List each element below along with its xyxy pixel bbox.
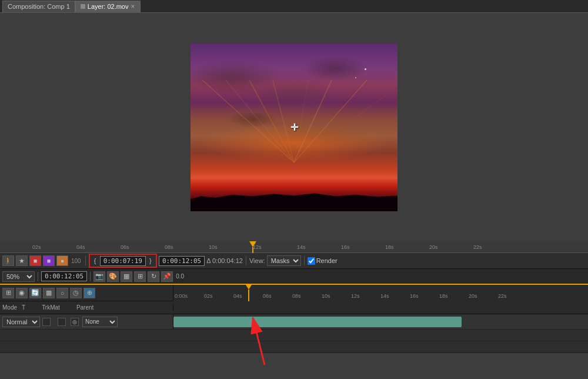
tick-10s: 10s <box>209 244 218 250</box>
ruler-0s: 0:00s <box>175 293 188 299</box>
timeline-section: ⊞ ◉ 🔄 ▦ ○ ◷ ⊕ 0:00s 02s 04s 06s 08s 10s … <box>0 285 588 353</box>
ruler-04s: 04s <box>233 293 242 299</box>
tab-close-icon[interactable]: ✕ <box>131 4 135 9</box>
rect-tool-btn[interactable]: ■ <box>43 255 55 266</box>
col-parent-header: Parent <box>76 304 93 311</box>
star2 <box>355 77 356 78</box>
tick-22s: 22s <box>473 244 482 250</box>
timeline-playhead-line <box>248 290 249 301</box>
layer-toolbar: ⊞ ◉ 🔄 ▦ ○ ◷ ⊕ <box>0 285 173 301</box>
column-headers: Mode T TrkMat Parent <box>0 301 588 314</box>
separator1 <box>85 256 86 265</box>
start-time-display[interactable]: 0:00:07:19 <box>100 256 146 266</box>
layer-btn3[interactable]: 🔄 <box>29 288 41 298</box>
ruler-16s: 16s <box>410 293 419 299</box>
svg-line-5 <box>294 80 332 162</box>
paint-tool-btn[interactable]: ■ <box>29 255 41 266</box>
tick-20s: 20s <box>429 244 438 250</box>
viewer-area: ✛ <box>0 13 588 241</box>
view-mode-select[interactable]: Masks None Alpha <box>267 255 301 266</box>
star-tool-btn[interactable]: ★ <box>16 255 28 266</box>
grid-btn[interactable]: ⊞ <box>134 271 146 282</box>
render-checkbox-label: Render <box>308 257 338 265</box>
ruler-20s: 20s <box>469 293 477 299</box>
layer-bar <box>173 317 462 327</box>
tab-layer02[interactable]: Layer: 02.mov ✕ <box>75 1 141 12</box>
tab-layer02-label: Layer: 02.mov <box>88 3 129 10</box>
tick-14s: 14s <box>297 244 306 250</box>
ruler-14s: 14s <box>380 293 389 299</box>
video-canvas: ✛ <box>191 44 397 211</box>
tab-comp1-label: Composition: Comp 1 <box>8 3 70 10</box>
layer-row: Normal Add Multiply ◎ None <box>0 314 588 330</box>
checkerboard-btn[interactable]: ▦ <box>121 271 132 282</box>
current-timecode[interactable]: 0:00:12:05 <box>41 271 87 281</box>
svg-line-7 <box>294 92 390 162</box>
trkmat-box[interactable] <box>58 318 66 326</box>
tick-04s: 04s <box>76 244 85 250</box>
time-left-bracket[interactable]: { <box>91 255 100 266</box>
pin-btn[interactable]: 📌 <box>161 271 173 282</box>
layer-btn4[interactable]: ▦ <box>43 288 55 298</box>
ruler-10s: 10s <box>322 293 330 299</box>
parent-dropdown[interactable]: None <box>82 317 118 327</box>
layer-right <box>173 314 588 329</box>
svg-line-2 <box>249 80 294 162</box>
tick-06s: 06s <box>121 244 129 250</box>
tick-16s: 16s <box>341 244 350 250</box>
ruler-22s: 22s <box>498 293 507 299</box>
svg-line-6 <box>294 80 367 162</box>
ruler-06s: 06s <box>263 293 272 299</box>
empty-row-1 <box>0 330 588 341</box>
layer-btn6[interactable]: ◷ <box>70 288 82 298</box>
tick-02s: 02s <box>32 244 41 250</box>
layer-left: Normal Add Multiply ◎ None <box>0 314 173 329</box>
mode-dropdown[interactable]: Normal Add Multiply <box>2 317 40 327</box>
parent-icon: ◎ <box>71 318 79 326</box>
layer-btn2[interactable]: ◉ <box>16 288 28 298</box>
time-range-box: { 0:00:07:19 } <box>89 254 157 268</box>
separator3 <box>304 256 305 265</box>
col-trkmat-header: TrkMat <box>42 304 60 311</box>
ruler-12s: 12s <box>351 293 360 299</box>
transform-btn[interactable]: ↻ <box>148 271 159 282</box>
render-checkbox[interactable] <box>308 257 315 265</box>
col-headers-left: Mode T TrkMat Parent <box>0 304 173 311</box>
ruler-02s: 02s <box>204 293 213 299</box>
tab-comp1[interactable]: Composition: Comp 1 <box>2 1 75 12</box>
ellipse-tool-btn[interactable]: ● <box>56 255 68 266</box>
time-right-bracket[interactable]: } <box>146 255 155 266</box>
sep-tc <box>90 272 91 281</box>
crosshair: ✛ <box>290 122 298 133</box>
render-label: Render <box>316 257 338 264</box>
tab-bar: Composition: Comp 1 Layer: 02.mov ✕ <box>0 0 588 13</box>
separator2 <box>246 256 246 265</box>
t-checkbox[interactable] <box>42 318 51 326</box>
controls-row: 🚶 ★ ■ ■ ● 100 { 0:00:07:19 } 0:00:12:05 … <box>0 253 588 268</box>
ruler-18s: 18s <box>439 293 448 299</box>
playhead-line <box>252 247 253 253</box>
view-label: View: <box>249 257 265 264</box>
layer-header: ⊞ ◉ 🔄 ▦ ○ ◷ ⊕ 0:00s 02s 04s 06s 08s 10s … <box>0 285 588 301</box>
color-btn[interactable]: 🎨 <box>107 271 119 282</box>
tick-18s: 18s <box>385 244 394 250</box>
ruler-08s: 08s <box>292 293 301 299</box>
col-mode-header: Mode <box>2 304 17 311</box>
zoom-value: 100 <box>70 258 82 264</box>
end-time-display[interactable]: 0:00:12:05 <box>159 256 205 266</box>
walk-tool-btn[interactable]: 🚶 <box>2 255 14 266</box>
snapshot-btn[interactable]: 📷 <box>93 271 105 282</box>
col-t-header: T <box>22 304 25 311</box>
viewer-controls-row: 50% 100% 25% 0:00:12:05 📷 🎨 ▦ ⊞ ↻ 📌 0.0 <box>0 268 588 284</box>
layer-btn5[interactable]: ○ <box>56 288 68 298</box>
tab-layer-icon <box>81 4 85 9</box>
empty-row-2 <box>0 341 588 353</box>
zoom-select[interactable]: 50% 100% 25% <box>2 271 35 282</box>
top-ruler-area: 02s 04s 06s 08s 10s 12s 14s 16s 18s 20s … <box>0 241 588 253</box>
sep-zoom <box>38 272 38 281</box>
video-preview: ✛ <box>191 44 397 211</box>
svg-line-0 <box>202 80 294 162</box>
new-comp-btn[interactable]: ⊞ <box>2 288 14 298</box>
layer-btn7[interactable]: ⊕ <box>83 288 95 298</box>
zero-value: 0.0 <box>175 273 185 280</box>
